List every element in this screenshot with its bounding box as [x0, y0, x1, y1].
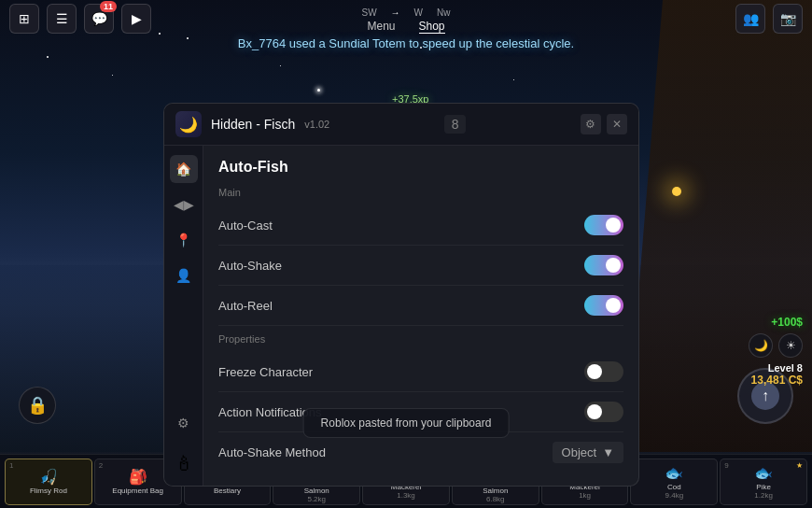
notification-banner: Bx_7764 used a Sundial Totem to speed up…: [0, 33, 812, 54]
slot-7-weight: 1kg: [579, 491, 591, 500]
slot-9-icon: 🐟: [754, 464, 773, 482]
players-button[interactable]: 👥: [735, 4, 765, 34]
sidebar-candle-icon: 🕯: [174, 452, 194, 476]
slot-9-star: ★: [796, 461, 803, 470]
auto-cast-toggle[interactable]: [584, 215, 623, 235]
auto-shake-knob: [606, 258, 621, 273]
slot-2-label: Equipment Bag: [112, 487, 163, 495]
panel-sidebar: 🏠 ◀▶ 📍 👤 ⚙ 🕯: [164, 146, 203, 486]
slot-2-num: 2: [99, 461, 103, 470]
panel-header-center: 8: [444, 115, 467, 134]
slot-4-weight: 5.2kg: [307, 495, 326, 503]
auto-shake-label: Auto-Shake: [218, 259, 282, 273]
main-section-label: Main: [218, 187, 623, 198]
chevron-down-icon: ▼: [602, 445, 614, 459]
menu-nav-link[interactable]: Menu: [367, 20, 395, 34]
logo-icon: 🌙: [179, 116, 198, 134]
auto-reel-label: Auto-Reel: [218, 299, 273, 313]
level-display: Level 8 13,481 C$: [751, 362, 803, 387]
auto-cast-row: Auto-Cast: [218, 205, 623, 246]
panel-header: 🌙 Hidden - Fisch v1.02 8 ⚙ ✕: [164, 104, 638, 146]
notification-text: Bx_7764 used a Sundial Totem to speed up…: [238, 36, 574, 50]
slot-1-icon: 🎣: [39, 468, 58, 486]
slot-3-label: Bestiary: [214, 487, 241, 495]
compass-nav: SW → W Nw: [361, 7, 450, 18]
action-notifications-knob: [587, 404, 602, 419]
shop-nav-link[interactable]: Shop: [419, 20, 445, 34]
slot-8-weight: 9.4kg: [665, 491, 684, 500]
sun-icon: ☀: [786, 339, 796, 352]
topbar-right: 👥 📷: [735, 4, 803, 34]
currency-gain: +100$: [771, 316, 803, 329]
auto-shake-method-label: Auto-Shake Method: [218, 445, 326, 459]
freeze-character-toggle[interactable]: [584, 361, 623, 382]
topbar-left: ⊞ ☰ 💬 11 ▶: [9, 4, 151, 34]
auto-cast-label: Auto-Cast: [218, 219, 273, 233]
slot-1-num: 1: [9, 461, 13, 470]
hotbar-slot-1[interactable]: 1 🎣 Flimsy Rod: [5, 459, 92, 505]
panel-settings-button[interactable]: ⚙: [581, 114, 601, 134]
video-button[interactable]: ▶: [121, 4, 151, 34]
gold-amount: 13,481 C$: [751, 374, 803, 387]
slot-8-label: Cod: [667, 483, 681, 491]
panel-close-button[interactable]: ✕: [607, 114, 627, 134]
video-icon: ▶: [132, 11, 142, 26]
right-icons: 🌙 ☀: [749, 333, 803, 358]
moon-button[interactable]: 🌙: [749, 333, 773, 358]
roblox-home-button[interactable]: ⊞: [9, 4, 39, 34]
panel-number: 8: [444, 115, 467, 134]
slot-9-weight: 1.2kg: [754, 491, 773, 500]
panel-header-left: 🌙 Hidden - Fisch v1.02: [175, 111, 329, 137]
nav-links: Menu Shop: [367, 20, 444, 34]
content-title: Auto-Fish: [218, 159, 623, 176]
freeze-character-label: Freeze Character: [218, 365, 313, 379]
menu-icon: ☰: [56, 11, 68, 26]
panel-header-right: ⚙ ✕: [581, 114, 627, 134]
chat-icon: 💬: [91, 11, 107, 26]
compass-arrow: →: [391, 7, 400, 18]
lantern-light: [672, 187, 681, 196]
compass-w: W: [414, 7, 423, 18]
sidebar-item-location[interactable]: 📍: [170, 226, 198, 254]
compass-sw: SW: [361, 7, 376, 18]
sidebar-item-code[interactable]: ◀▶: [170, 190, 198, 219]
slot-8-icon: 🐟: [665, 464, 683, 482]
moon-icon: 🌙: [754, 339, 768, 352]
auto-reel-knob: [606, 298, 621, 313]
auto-reel-row: Auto-Reel: [218, 286, 623, 326]
day-button[interactable]: ☀: [778, 333, 803, 358]
auto-shake-row: Auto-Shake: [218, 246, 623, 286]
sidebar-item-settings[interactable]: ⚙: [170, 409, 198, 437]
slot-2-icon: 🎒: [129, 468, 147, 486]
auto-shake-method-dropdown[interactable]: Object ▼: [553, 442, 623, 463]
hotbar-slot-8[interactable]: 8 🐟 Cod 9.4kg: [630, 459, 718, 505]
freeze-character-knob: [587, 364, 602, 379]
auto-shake-method-row: Auto-Shake Method Object ▼: [218, 432, 623, 473]
slot-6-weight: 6.8kg: [486, 495, 505, 503]
dropdown-value: Object: [562, 445, 597, 459]
camera-icon: 📷: [780, 11, 796, 26]
slot-9-label: Pike: [756, 483, 771, 491]
lock-button[interactable]: 🔒: [19, 387, 56, 424]
hotbar-slot-9[interactable]: 9 ★ 🐟 Pike 1.2kg: [720, 459, 807, 505]
notification-button[interactable]: 💬 11: [84, 4, 114, 34]
clipboard-text: Roblox pasted from your clipboard: [321, 416, 492, 430]
auto-reel-toggle[interactable]: [584, 295, 623, 316]
sidebar-item-user[interactable]: 👤: [170, 261, 198, 289]
auto-cast-knob: [606, 218, 621, 233]
action-notifications-toggle[interactable]: [584, 402, 623, 422]
right-ui: +100$ 🌙 ☀ Level 8 13,481 C$: [749, 316, 803, 387]
freeze-character-row: Freeze Character: [218, 352, 623, 392]
clipboard-popup: Roblox pasted from your clipboard: [303, 408, 510, 438]
slot-5-weight: 1.3kg: [397, 491, 415, 500]
topbar: ⊞ ☰ 💬 11 ▶ SW → W Nw Menu Shop 👥 📷: [0, 0, 812, 37]
auto-shake-toggle[interactable]: [584, 255, 623, 275]
sidebar-item-home[interactable]: 🏠: [170, 155, 198, 183]
roblox-icon: ⊞: [19, 11, 30, 26]
panel-version: v1.02: [304, 119, 329, 130]
slot-9-num: 9: [724, 461, 728, 470]
screenshot-button[interactable]: 📷: [773, 4, 803, 34]
properties-section-label: Properties: [218, 333, 623, 345]
notification-badge: 11: [100, 1, 117, 12]
menu-button[interactable]: ☰: [47, 4, 77, 34]
